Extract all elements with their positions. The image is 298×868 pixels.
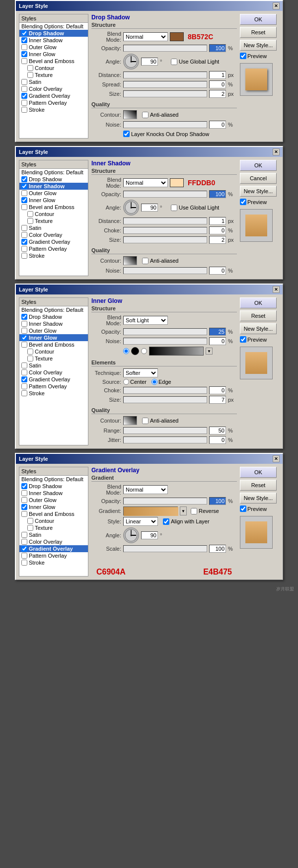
new-style-button-1[interactable]: New Style... bbox=[240, 40, 277, 51]
sidebar-item-gradient-overlay-2[interactable]: Gradient Overlay bbox=[19, 238, 88, 245]
angle-dial-1[interactable] bbox=[123, 54, 139, 70]
contour-swatch-1[interactable] bbox=[123, 110, 137, 119]
checkbox-bevel-4[interactable] bbox=[21, 511, 27, 517]
opacity-slider-4[interactable] bbox=[123, 498, 207, 505]
sidebar-item-color-overlay-4[interactable]: Color Overlay bbox=[19, 538, 88, 545]
style-select-4[interactable]: Linear bbox=[123, 517, 158, 526]
radio-gradient-3[interactable] bbox=[141, 348, 147, 354]
sidebar-item-blending-1[interactable]: Blending Options: Default bbox=[19, 23, 88, 30]
close-button-4[interactable]: ✕ bbox=[273, 455, 280, 462]
ok-button-3[interactable]: OK bbox=[240, 297, 277, 308]
blend-mode-select-4[interactable]: Normal bbox=[123, 485, 168, 494]
new-style-button-3[interactable]: New Style... bbox=[240, 323, 277, 334]
checkbox-gradient-overlay-4[interactable] bbox=[21, 546, 27, 552]
checkbox-outer-glow-1[interactable] bbox=[21, 44, 27, 50]
cancel-button-2[interactable]: Cancel bbox=[240, 173, 277, 184]
sidebar-item-drop-shadow-1[interactable]: Drop Shadow bbox=[19, 30, 88, 37]
size-slider-2[interactable] bbox=[123, 236, 207, 243]
reset-button-3[interactable]: Reset bbox=[240, 310, 277, 321]
sidebar-item-outer-glow-2[interactable]: Outer Glow bbox=[19, 190, 88, 197]
checkbox-drop-shadow-3[interactable] bbox=[21, 314, 27, 320]
choke-slider-3[interactable] bbox=[123, 387, 207, 394]
reverse-cb-4[interactable] bbox=[191, 508, 197, 514]
sidebar-item-bevel-4[interactable]: Bevel and Emboss bbox=[19, 510, 88, 517]
preview-cb-4[interactable] bbox=[240, 506, 246, 512]
sidebar-item-inner-glow-1[interactable]: Inner Glow bbox=[19, 51, 88, 58]
size-input-2[interactable] bbox=[209, 236, 226, 244]
checkbox-gradient-overlay-3[interactable] bbox=[21, 376, 27, 382]
sidebar-item-bevel-1[interactable]: Bevel and Emboss bbox=[19, 58, 88, 65]
sidebar-item-gradient-overlay-1[interactable]: Gradient Overlay bbox=[19, 92, 88, 99]
checkbox-pattern-overlay-3[interactable] bbox=[21, 383, 27, 389]
checkbox-stroke-1[interactable] bbox=[21, 107, 27, 113]
checkbox-inner-shadow-1[interactable] bbox=[21, 37, 27, 43]
checkbox-inner-shadow-3[interactable] bbox=[21, 321, 27, 327]
sidebar-item-stroke-1[interactable]: Stroke bbox=[19, 106, 88, 113]
anti-aliased-cb-1[interactable] bbox=[142, 112, 149, 118]
sidebar-item-outer-glow-3[interactable]: Outer Glow bbox=[19, 327, 88, 334]
checkbox-inner-glow-2[interactable] bbox=[21, 197, 27, 203]
color-swatch-1[interactable] bbox=[170, 32, 184, 41]
opacity-input-1[interactable] bbox=[209, 44, 226, 52]
close-button-3[interactable]: ✕ bbox=[273, 286, 280, 293]
opacity-input-3[interactable] bbox=[209, 328, 226, 336]
sidebar-item-inner-shadow-1[interactable]: Inner Shadow bbox=[19, 37, 88, 44]
gradient-dropdown-btn-3[interactable]: ▼ bbox=[206, 348, 213, 355]
checkbox-pattern-overlay-2[interactable] bbox=[21, 246, 27, 252]
sidebar-item-inner-glow-3[interactable]: Inner Glow bbox=[19, 334, 88, 341]
ok-button-4[interactable]: OK bbox=[240, 467, 277, 478]
angle-input-4[interactable] bbox=[141, 531, 158, 539]
checkbox-contour-1[interactable] bbox=[27, 65, 33, 71]
sidebar-item-bevel-3[interactable]: Bevel and Emboss bbox=[19, 341, 88, 348]
checkbox-drop-shadow-1[interactable] bbox=[21, 30, 27, 36]
sidebar-item-texture-4[interactable]: Texture bbox=[19, 524, 88, 531]
preview-cb-2[interactable] bbox=[240, 199, 246, 205]
checkbox-inner-shadow-4[interactable] bbox=[21, 490, 27, 496]
radio-solid-3[interactable] bbox=[123, 348, 129, 354]
ok-button-1[interactable]: OK bbox=[240, 14, 277, 25]
sidebar-item-satin-3[interactable]: Satin bbox=[19, 362, 88, 369]
sidebar-item-satin-2[interactable]: Satin bbox=[19, 224, 88, 231]
size-input-3[interactable] bbox=[209, 396, 226, 404]
checkbox-bevel-1[interactable] bbox=[21, 58, 27, 64]
noise-input-2[interactable] bbox=[209, 267, 226, 275]
new-style-button-2[interactable]: New Style... bbox=[240, 186, 277, 197]
source-center-label-3[interactable]: Center bbox=[123, 379, 147, 385]
sidebar-item-inner-shadow-3[interactable]: Inner Shadow bbox=[19, 320, 88, 327]
sidebar-item-color-overlay-2[interactable]: Color Overlay bbox=[19, 231, 88, 238]
technique-select-3[interactable]: Softer bbox=[123, 368, 158, 377]
angle-dial-4[interactable] bbox=[123, 527, 139, 543]
scale-input-4[interactable] bbox=[209, 545, 226, 553]
sidebar-item-texture-2[interactable]: Texture bbox=[19, 217, 88, 224]
sidebar-item-stroke-4[interactable]: Stroke bbox=[19, 559, 88, 566]
sidebar-item-gradient-overlay-4[interactable]: Gradient Overlay bbox=[19, 545, 88, 552]
noise-input-1[interactable] bbox=[209, 121, 226, 129]
solid-color-circle-3[interactable] bbox=[131, 347, 139, 355]
sidebar-item-blending-4[interactable]: Blending Options: Default bbox=[19, 476, 88, 483]
sidebar-item-texture-3[interactable]: Texture bbox=[19, 355, 88, 362]
choke-input-3[interactable] bbox=[209, 386, 226, 394]
checkbox-outer-glow-4[interactable] bbox=[21, 497, 27, 503]
use-global-light-label-1[interactable]: Use Global Light bbox=[171, 59, 219, 65]
use-global-light-label-2[interactable]: Use Global Light bbox=[171, 205, 219, 211]
jitter-slider-3[interactable] bbox=[123, 436, 207, 443]
angle-input-2[interactable] bbox=[141, 204, 158, 212]
sidebar-item-blending-3[interactable]: Blending Options: Default bbox=[19, 306, 88, 313]
new-style-button-4[interactable]: New Style... bbox=[240, 493, 277, 504]
anti-aliased-label-2[interactable]: Anti-aliased bbox=[142, 258, 178, 264]
checkbox-gradient-overlay-2[interactable] bbox=[21, 239, 27, 245]
checkbox-contour-4[interactable] bbox=[27, 518, 33, 524]
sidebar-item-pattern-overlay-1[interactable]: Pattern Overlay bbox=[19, 99, 88, 106]
checkbox-color-overlay-4[interactable] bbox=[21, 539, 27, 545]
checkbox-inner-glow-3[interactable] bbox=[21, 335, 27, 341]
sidebar-item-satin-4[interactable]: Satin bbox=[19, 531, 88, 538]
checkbox-texture-4[interactable] bbox=[27, 525, 33, 531]
opacity-slider-3[interactable] bbox=[123, 328, 207, 335]
choke-input-2[interactable] bbox=[209, 226, 226, 234]
close-button-2[interactable]: ✕ bbox=[273, 148, 280, 155]
spread-input-1[interactable] bbox=[209, 80, 226, 88]
preview-cb-1[interactable] bbox=[240, 53, 246, 59]
checkbox-satin-4[interactable] bbox=[21, 532, 27, 538]
opacity-input-2[interactable] bbox=[209, 190, 226, 198]
angle-input-1[interactable] bbox=[141, 58, 158, 66]
